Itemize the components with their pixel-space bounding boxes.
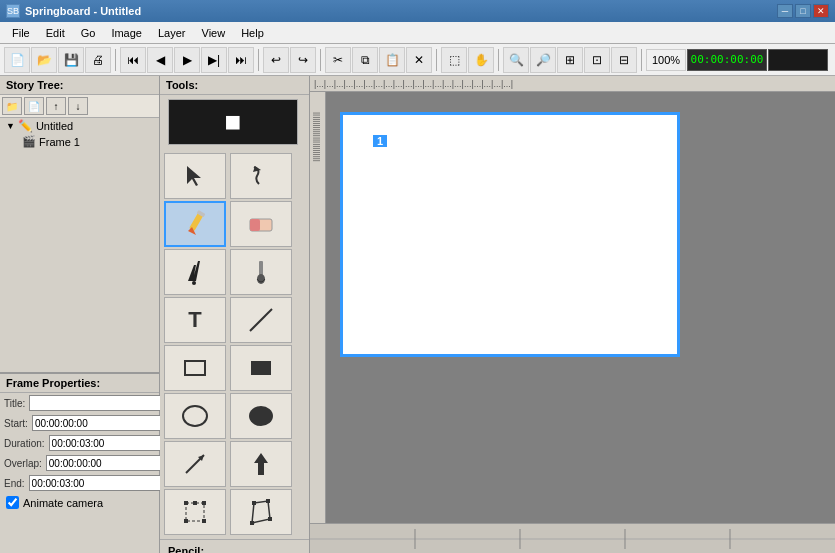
svg-rect-20 [202, 501, 206, 505]
zoom-full-button[interactable]: ⊟ [611, 47, 637, 73]
cut-button[interactable]: ✂ [325, 47, 351, 73]
brush-tool-button[interactable] [230, 249, 292, 295]
maximize-button[interactable]: □ [795, 4, 811, 18]
play-button[interactable]: ▶ [174, 47, 200, 73]
prev-button[interactable]: ◀ [147, 47, 173, 73]
paste-button[interactable]: 📋 [379, 47, 405, 73]
svg-rect-25 [252, 501, 256, 505]
overlap-input[interactable] [46, 455, 179, 471]
scale-tool-button[interactable] [164, 489, 226, 535]
delete-button[interactable]: ✕ [406, 47, 432, 73]
new-button[interactable]: 📄 [4, 47, 30, 73]
project-icon: ✏️ [18, 119, 33, 133]
sep1 [115, 49, 116, 71]
menu-file[interactable]: File [4, 22, 38, 43]
svg-rect-26 [266, 499, 270, 503]
rect-fill-tool-button[interactable] [230, 345, 292, 391]
next-button[interactable]: ▶| [201, 47, 227, 73]
ruler-top: |...|...|...|...|...|...|...|...|...|...… [310, 76, 835, 92]
menu-go[interactable]: Go [73, 22, 104, 43]
main-layout: Story Tree: 📁 📄 ↑ ↓ ▼ ✏️ Untitled 🎬 Fram… [0, 76, 835, 553]
svg-rect-6 [250, 219, 260, 231]
svg-rect-11 [185, 361, 205, 375]
fill-tool-button[interactable]: ■ [168, 99, 298, 145]
end-button[interactable]: ⏭ [228, 47, 254, 73]
arrow-up-tool-button[interactable] [230, 441, 292, 487]
line-tool-button[interactable] [230, 297, 292, 343]
tree-item-untitled[interactable]: ▼ ✏️ Untitled [0, 118, 159, 134]
menu-view[interactable]: View [194, 22, 234, 43]
svg-marker-17 [254, 453, 268, 475]
animate-camera-checkbox[interactable] [6, 496, 19, 509]
title-bar-left: SB Springboard - Untitled [6, 4, 141, 18]
sep3 [320, 49, 321, 71]
print-button[interactable]: 🖨 [85, 47, 111, 73]
sep4 [436, 49, 437, 71]
tree-item-frame1[interactable]: 🎬 Frame 1 [0, 134, 159, 149]
overlap-row: Overlap: ⊞ [0, 453, 159, 473]
ellipse-fill-tool-button[interactable] [230, 393, 292, 439]
zoom-percent[interactable] [646, 49, 686, 71]
ruler-left: |||||||||||||||||||||||| [310, 92, 326, 523]
end-input[interactable] [29, 475, 162, 491]
open-button[interactable]: 📂 [31, 47, 57, 73]
zoom-out-button[interactable]: 🔎 [530, 47, 556, 73]
left-panel: Story Tree: 📁 📄 ↑ ↓ ▼ ✏️ Untitled 🎬 Fram… [0, 76, 160, 553]
project-label: Untitled [36, 120, 73, 132]
arrow-tool-button[interactable] [164, 153, 226, 199]
sep5 [498, 49, 499, 71]
zoom-fit-button[interactable]: ⊞ [557, 47, 583, 73]
story-tree-section: Story Tree: 📁 📄 ↑ ↓ ▼ ✏️ Untitled 🎬 Fram… [0, 76, 159, 373]
menu-layer[interactable]: Layer [150, 22, 194, 43]
frame-icon: 🎬 [22, 135, 36, 148]
canvas-area: |...|...|...|...|...|...|...|...|...|...… [310, 76, 835, 553]
start-label: Start: [4, 418, 28, 429]
canvas-scroll-area[interactable]: |||||||||||||||||||||||| 1 [310, 92, 835, 523]
tools-grid: T [160, 149, 309, 539]
zoom-reset-button[interactable]: ⊡ [584, 47, 610, 73]
svg-rect-21 [184, 519, 188, 523]
pencil-tool-button[interactable] [164, 201, 226, 247]
ellipse-outline-tool-button[interactable] [164, 393, 226, 439]
tools-panel: Tools: ■ [160, 76, 310, 553]
svg-point-7 [192, 281, 196, 285]
animate-camera-label: Animate camera [23, 497, 103, 509]
svg-marker-0 [187, 166, 201, 186]
window-controls: ─ □ ✕ [777, 4, 829, 18]
distort-tool-button[interactable] [230, 489, 292, 535]
svg-rect-12 [251, 361, 271, 375]
eraser-tool-button[interactable] [230, 201, 292, 247]
arrow-diag-tool-button[interactable] [164, 441, 226, 487]
title-input[interactable] [29, 395, 162, 411]
smooth-arrow-tool-button[interactable] [230, 153, 292, 199]
hand-tool-button[interactable]: ✋ [468, 47, 494, 73]
start-input[interactable] [32, 415, 165, 431]
menu-help[interactable]: Help [233, 22, 272, 43]
sep6 [641, 49, 642, 71]
text-tool-button[interactable]: T [164, 297, 226, 343]
undo-button[interactable]: ↩ [263, 47, 289, 73]
expand-arrow: ▼ [6, 121, 15, 131]
zoom-in-button[interactable]: 🔍 [503, 47, 529, 73]
timeline-track[interactable] [310, 524, 835, 553]
rect-outline-tool-button[interactable] [164, 345, 226, 391]
frame-label: Frame 1 [39, 136, 80, 148]
ink-tool-button[interactable] [164, 249, 226, 295]
menu-image[interactable]: Image [103, 22, 150, 43]
tree-add-folder-button[interactable]: 📁 [2, 97, 22, 115]
redo-button[interactable]: ↪ [290, 47, 316, 73]
window-title: Springboard - Untitled [25, 5, 141, 17]
rewind-button[interactable]: ⏮ [120, 47, 146, 73]
select-tool-button[interactable]: ⬚ [441, 47, 467, 73]
timecode-display[interactable] [687, 49, 767, 71]
save-button[interactable]: 💾 [58, 47, 84, 73]
svg-line-10 [250, 309, 272, 331]
close-button[interactable]: ✕ [813, 4, 829, 18]
tree-move-down-button[interactable]: ↓ [68, 97, 88, 115]
svg-rect-8 [259, 261, 263, 275]
menu-edit[interactable]: Edit [38, 22, 73, 43]
tree-move-up-button[interactable]: ↑ [46, 97, 66, 115]
copy-button[interactable]: ⧉ [352, 47, 378, 73]
tree-add-item-button[interactable]: 📄 [24, 97, 44, 115]
minimize-button[interactable]: ─ [777, 4, 793, 18]
